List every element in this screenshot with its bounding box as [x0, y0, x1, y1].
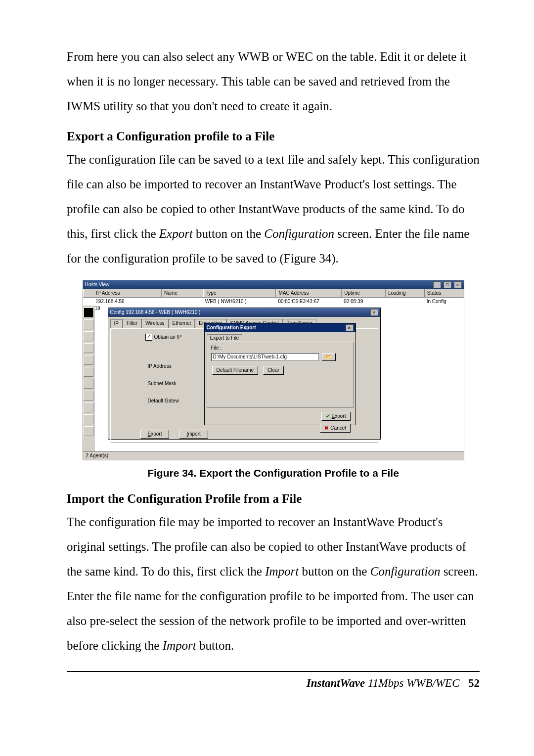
footer-model: 11Mbps WWB/WEC	[365, 677, 459, 689]
export-button[interactable]: EExportxport	[140, 430, 170, 439]
obtain-ip-label: Obtain an IP	[154, 334, 182, 340]
toolbar-icon[interactable]	[84, 319, 93, 329]
text: button.	[196, 639, 234, 652]
table-row[interactable]: 192.168.4.56 WEB ( NWH6210 ) 00:80:C6:E3…	[83, 298, 464, 306]
export-confirm-button[interactable]: ✔EExportxport	[321, 412, 351, 421]
toolbar-icon[interactable]	[84, 391, 93, 400]
text: button on the	[299, 565, 370, 578]
cell-status: In Config	[425, 299, 464, 305]
header-uptime[interactable]: Uptime	[342, 289, 386, 297]
figure-caption: Figure 34. Export the Configuration Prof…	[67, 467, 480, 479]
export-dialog-title: Configuration Export	[207, 325, 256, 331]
config-title: Config 192.168.4.56 - WEB ( NWH6210 )	[110, 310, 201, 315]
paragraph-intro: From here you can also select any WWB or…	[67, 44, 480, 119]
cell-type: WEB ( NWH6210 )	[203, 299, 276, 305]
close-icon[interactable]: ×	[370, 309, 378, 316]
maximize-icon[interactable]: □	[444, 281, 451, 288]
tab-ip[interactable]: IP	[110, 319, 123, 329]
import-word: Import	[163, 639, 196, 652]
screenshot-hosts-view: Hosts View _ □ × IP Address Name Type MA…	[83, 280, 464, 460]
toolbar-icon[interactable]	[84, 355, 93, 365]
tab-wireless[interactable]: Wireless	[141, 319, 168, 328]
footer-rule	[67, 671, 480, 672]
header-mac[interactable]: MAC Address	[276, 289, 342, 297]
cell-uptime: 02:05:39	[342, 299, 386, 305]
footer-page-number: 52	[468, 677, 480, 689]
heading-export: Export a Configuration profile to a File	[67, 130, 480, 143]
close-icon[interactable]: ×	[346, 324, 354, 331]
default-filename-button[interactable]: Default Filename	[212, 366, 259, 375]
browse-button[interactable]: 📂	[322, 353, 336, 361]
header-ip[interactable]: IP Address	[93, 289, 162, 297]
window-titlebar: Hosts View _ □ ×	[83, 280, 464, 289]
footer-brand: InstantWave	[307, 677, 365, 689]
header-loading[interactable]: Loading	[386, 289, 425, 297]
header-type[interactable]: Type	[203, 289, 276, 297]
heading-import: Import the Configuration Profile from a …	[67, 492, 480, 506]
window-title: Hosts View	[85, 282, 110, 288]
header-status[interactable]: Status	[425, 289, 464, 297]
page-footer: InstantWave 11Mbps WWB/WEC 52	[67, 677, 480, 690]
cancel-button[interactable]: ✖Cancel	[320, 424, 350, 433]
clear-button[interactable]: Clear	[263, 366, 284, 375]
toolbar-icon[interactable]	[84, 331, 93, 341]
toolbar-icon[interactable]	[84, 426, 93, 436]
text: button on the	[193, 227, 264, 240]
close-icon[interactable]: ×	[454, 281, 462, 288]
export-dialog: Configuration Export × Export to File Fi…	[204, 323, 356, 425]
minimize-icon[interactable]: _	[433, 281, 441, 288]
config-window: Config 192.168.4.56 - WEB ( NWH6210 ) × …	[108, 308, 381, 440]
import-button[interactable]: Import	[179, 430, 208, 439]
list-header: IP Address Name Type MAC Address Uptime …	[83, 289, 464, 298]
paragraph-import: The configuration file may be imported t…	[67, 510, 480, 658]
export-word: Export	[159, 227, 193, 240]
toolbar-icon[interactable]	[84, 367, 93, 377]
import-word: Import	[265, 565, 299, 578]
toolbar-icon[interactable]	[84, 308, 93, 317]
tab-ethernet[interactable]: Ethernet	[169, 319, 195, 328]
toolbar-icon[interactable]	[84, 379, 93, 389]
toolbar-icon[interactable]	[84, 414, 93, 424]
status-bar: 2 Agent(s)	[83, 451, 464, 460]
file-label: File :	[211, 345, 349, 351]
label-ip-address: IP Address	[148, 363, 172, 369]
file-path-input[interactable]: D:\My Documents\LIST\web-1.cfg	[211, 353, 319, 361]
label-subnet-mask: Subnet Mask	[148, 381, 177, 387]
tab-export-to-file[interactable]: Export to File	[207, 334, 243, 342]
header-name[interactable]: Name	[162, 289, 203, 297]
toolbar-icon[interactable]	[84, 343, 93, 353]
cell-name	[162, 299, 203, 305]
cell-loading	[386, 299, 425, 305]
cell-ip: 192.168.4.56	[93, 299, 162, 305]
row2-prefix: 19	[95, 306, 100, 311]
obtain-ip-checkbox[interactable]: ✓	[145, 334, 152, 341]
label-default-gateway: Default Gatew	[148, 398, 179, 404]
cell-mac: 00:80:C6:E3:43:67	[276, 299, 342, 305]
left-toolbar	[83, 306, 94, 451]
toolbar-icon[interactable]	[84, 402, 93, 412]
configuration-word: Configuration	[370, 565, 441, 578]
paragraph-export: The configuration file can be saved to a…	[67, 147, 480, 271]
tab-filter[interactable]: Filter	[123, 319, 141, 328]
configuration-word: Configuration	[264, 227, 334, 240]
